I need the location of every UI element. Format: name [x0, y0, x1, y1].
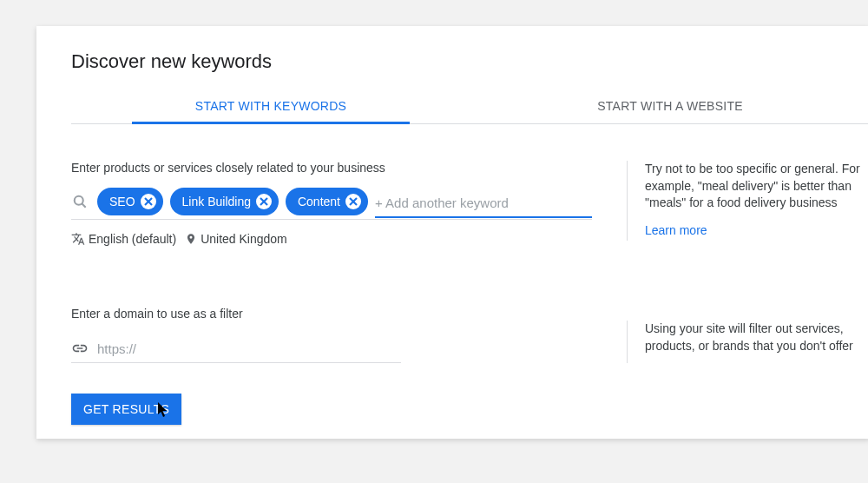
location-selector[interactable]: United Kingdom	[185, 232, 287, 246]
page-title: Discover new keywords	[71, 50, 868, 73]
language-location-row: English (default) United Kingdom	[71, 232, 592, 246]
translate-icon	[71, 232, 85, 246]
close-icon[interactable]	[256, 194, 272, 209]
domain-tip-panel: Using your site will filter out services…	[627, 321, 868, 363]
keyword-chip-seo[interactable]: SEO	[97, 188, 163, 215]
keyword-planner-card: Discover new keywords START WITH KEYWORD…	[36, 26, 868, 439]
domain-section: Enter a domain to use as a filter https:…	[71, 307, 868, 363]
keywords-content: Enter products or services closely relat…	[71, 161, 868, 246]
link-icon	[71, 340, 89, 357]
learn-more-link[interactable]: Learn more	[645, 222, 707, 240]
keywords-section-label: Enter products or services closely relat…	[71, 161, 592, 175]
keywords-left-col: Enter products or services closely relat…	[71, 161, 592, 246]
domain-input-row[interactable]: https://	[71, 334, 401, 363]
tab-start-with-keywords[interactable]: START WITH KEYWORDS	[71, 89, 470, 123]
location-icon	[185, 233, 197, 245]
domain-input[interactable]: https://	[97, 341, 136, 356]
language-selector[interactable]: English (default)	[71, 232, 176, 246]
search-icon	[71, 193, 90, 210]
chip-label: Content	[298, 195, 340, 208]
language-label: English (default)	[89, 232, 176, 246]
close-icon[interactable]	[345, 194, 361, 209]
domain-section-label: Enter a domain to use as a filter	[71, 307, 401, 321]
tabs: START WITH KEYWORDS START WITH A WEBSITE	[71, 89, 868, 124]
domain-left-col: Enter a domain to use as a filter https:…	[71, 307, 401, 363]
keyword-chip-link-building[interactable]: Link Building	[170, 188, 279, 215]
keyword-chip-content[interactable]: Content	[286, 188, 368, 215]
close-icon[interactable]	[141, 194, 156, 209]
svg-point-0	[75, 196, 83, 205]
keywords-tip-panel: Try not to be too specific or general. F…	[627, 161, 868, 241]
tab-start-with-website[interactable]: START WITH A WEBSITE	[470, 89, 868, 123]
chip-label: SEO	[109, 195, 135, 208]
chip-label: Link Building	[182, 195, 251, 208]
location-label: United Kingdom	[201, 232, 287, 246]
get-results-button[interactable]: GET RESULTS	[71, 394, 181, 425]
add-keyword-input[interactable]: + Add another keyword	[375, 190, 592, 218]
keyword-input-row[interactable]: SEO Link Building Content	[71, 188, 592, 220]
svg-line-1	[82, 204, 86, 208]
tip-text: Using your site will filter out services…	[645, 321, 868, 354]
tip-text: Try not to be too specific or general. F…	[645, 161, 868, 212]
